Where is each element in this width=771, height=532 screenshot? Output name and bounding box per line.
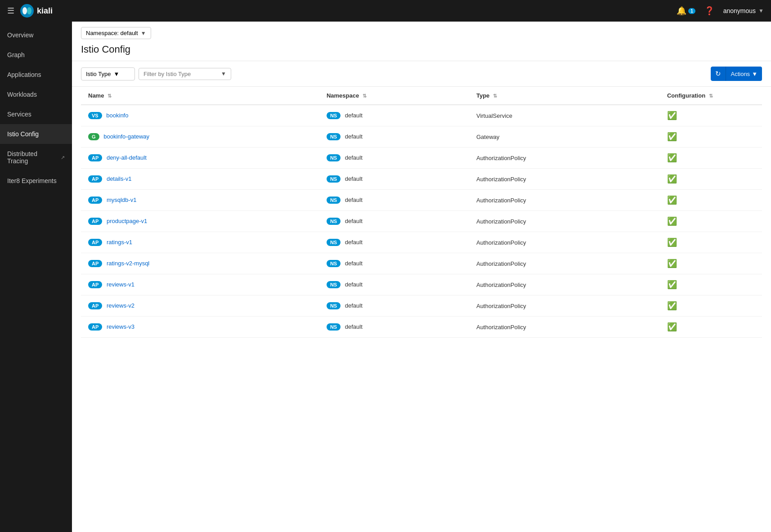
istio-config-table: Name ⇅ Namespace ⇅ Type ⇅ Configuration … (81, 87, 762, 338)
user-menu[interactable]: anonymous ▼ (723, 7, 764, 14)
item-name-link[interactable]: details-v1 (107, 175, 132, 182)
ns-badge: NS (327, 154, 341, 161)
sidebar-item-label: Services (7, 111, 31, 118)
ns-badge: NS (327, 260, 341, 267)
namespace-label: Namespace: default (86, 30, 138, 36)
type-badge: AP (88, 281, 102, 288)
cell-namespace: NS default (319, 126, 469, 148)
namespace-value: default (345, 112, 363, 119)
svg-point-2 (27, 7, 31, 14)
help-icon[interactable]: ❓ (704, 6, 714, 16)
cell-configuration: ✅ (660, 126, 762, 148)
cell-configuration: ✅ (660, 105, 762, 126)
namespace-value: default (345, 239, 363, 246)
sidebar: Overview Graph Applications Workloads Se… (0, 22, 72, 532)
actions-chevron-icon: ▼ (752, 71, 758, 77)
sidebar-item-distributed-tracing[interactable]: Distributed Tracing ↗ (0, 144, 72, 171)
type-badge: AP (88, 323, 102, 331)
table-wrap: Name ⇅ Namespace ⇅ Type ⇅ Configuration … (72, 87, 771, 532)
cell-type: Gateway (469, 126, 660, 148)
type-badge: AP (88, 302, 102, 309)
namespace-selector[interactable]: Namespace: default ▼ (81, 27, 151, 39)
col-header-namespace[interactable]: Namespace ⇅ (319, 87, 469, 105)
sidebar-item-graph[interactable]: Graph (0, 45, 72, 65)
type-value: AuthorizationPolicy (476, 282, 526, 288)
namespace-value: default (345, 323, 363, 330)
item-name-link[interactable]: ratings-v2-mysql (107, 260, 149, 267)
item-name-link[interactable]: ratings-v1 (107, 239, 132, 246)
namespace-value: default (345, 197, 363, 203)
page-title: Istio Config (81, 44, 762, 61)
cell-namespace: NS default (319, 232, 469, 253)
table-row: AP ratings-v2-mysql NS default Authoriza… (81, 253, 762, 274)
valid-icon: ✅ (667, 238, 677, 247)
sidebar-item-overview[interactable]: Overview (0, 25, 72, 45)
cell-name: AP deny-all-default (81, 148, 319, 169)
valid-icon: ✅ (667, 280, 677, 289)
item-name-link[interactable]: deny-all-default (107, 154, 147, 161)
cell-type: AuthorizationPolicy (469, 274, 660, 295)
cell-configuration: ✅ (660, 317, 762, 338)
item-name-link[interactable]: bookinfo-gateway (103, 133, 149, 140)
item-name-link[interactable]: bookinfo (106, 112, 128, 119)
valid-icon: ✅ (667, 217, 677, 226)
type-badge: AP (88, 175, 102, 183)
cell-type: AuthorizationPolicy (469, 169, 660, 190)
item-name-link[interactable]: reviews-v1 (107, 281, 134, 288)
type-value: VirtualService (476, 112, 512, 119)
table-row: VS bookinfo NS default VirtualService✅ (81, 105, 762, 126)
sidebar-item-applications[interactable]: Applications (0, 65, 72, 85)
item-name-link[interactable]: reviews-v3 (107, 323, 134, 330)
item-name-link[interactable]: productpage-v1 (107, 218, 147, 224)
sort-icon-namespace: ⇅ (363, 93, 367, 98)
refresh-button[interactable]: ↻ (711, 67, 726, 81)
external-link-icon: ↗ (61, 155, 65, 161)
sidebar-item-label: Graph (7, 51, 25, 58)
cell-namespace: NS default (319, 317, 469, 338)
item-name-link[interactable]: mysqldb-v1 (107, 197, 136, 203)
main-content: Namespace: default ▼ Istio Config Istio … (72, 22, 771, 532)
cell-name: AP details-v1 (81, 169, 319, 190)
filter-input-chevron-icon: ▼ (221, 71, 226, 77)
sidebar-item-iter8[interactable]: Iter8 Experiments (0, 171, 72, 191)
namespace-value: default (345, 302, 363, 309)
sidebar-item-istio-config[interactable]: Istio Config (0, 124, 72, 144)
type-value: AuthorizationPolicy (476, 324, 526, 331)
sort-icon-type: ⇅ (493, 93, 497, 98)
type-badge: AP (88, 197, 102, 204)
sidebar-item-label: Iter8 Experiments (7, 177, 57, 184)
item-name-link[interactable]: reviews-v2 (107, 302, 134, 309)
cell-type: AuthorizationPolicy (469, 190, 660, 211)
namespace-value: default (345, 281, 363, 288)
col-header-configuration[interactable]: Configuration ⇅ (660, 87, 762, 105)
cell-type: VirtualService (469, 105, 660, 126)
col-header-type[interactable]: Type ⇅ (469, 87, 660, 105)
ns-badge: NS (327, 239, 341, 246)
valid-icon: ✅ (667, 153, 677, 162)
filter-input[interactable] (143, 71, 219, 77)
logo: kiali (20, 4, 53, 18)
namespace-value: default (345, 154, 363, 161)
topnav: ☰ kiali 🔔1 ❓ anonymous ▼ (0, 0, 771, 22)
filter-type-dropdown[interactable]: Istio Type ▼ (81, 67, 135, 80)
cell-configuration: ✅ (660, 169, 762, 190)
sidebar-item-services[interactable]: Services (0, 104, 72, 124)
filter-type-chevron-icon: ▼ (113, 71, 119, 77)
kiali-logo-icon (20, 4, 34, 18)
notification-bell[interactable]: 🔔1 (677, 6, 695, 16)
cell-type: AuthorizationPolicy (469, 232, 660, 253)
filter-type-label: Istio Type (86, 71, 111, 77)
username: anonymous (723, 7, 756, 14)
cell-configuration: ✅ (660, 253, 762, 274)
hamburger-icon[interactable]: ☰ (7, 6, 14, 16)
actions-button[interactable]: Actions ▼ (726, 67, 762, 81)
col-header-name[interactable]: Name ⇅ (81, 87, 319, 105)
sidebar-item-workloads[interactable]: Workloads (0, 85, 72, 104)
type-value: AuthorizationPolicy (476, 218, 526, 225)
table-row: AP reviews-v1 NS default AuthorizationPo… (81, 274, 762, 295)
namespace-value: default (345, 175, 363, 182)
ns-badge: NS (327, 175, 341, 183)
cell-namespace: NS default (319, 105, 469, 126)
namespace-value: default (345, 260, 363, 267)
namespace-value: default (345, 218, 363, 224)
